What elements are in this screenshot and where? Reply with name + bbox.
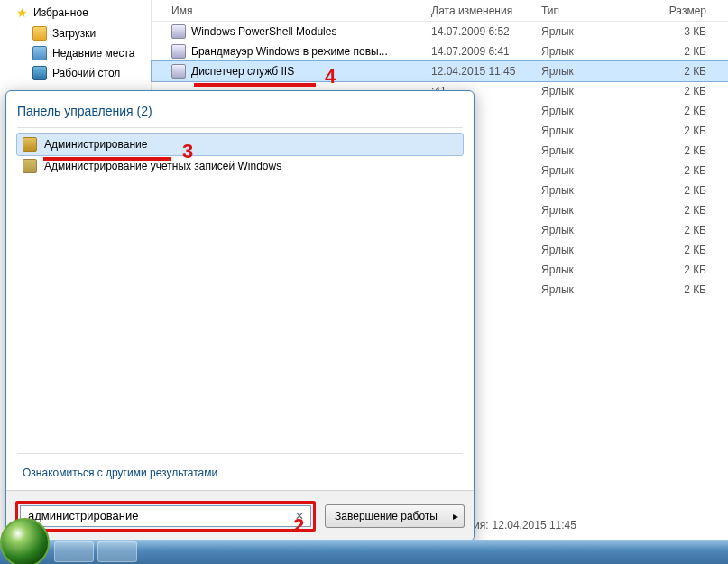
admin-tools-icon — [23, 137, 37, 152]
sidebar-item-label: Рабочий стол — [52, 67, 120, 79]
shutdown-button[interactable]: Завершение работы — [325, 504, 447, 528]
file-date: 14.07.2009 6:41 — [431, 45, 541, 58]
file-type: Ярлык — [541, 164, 666, 177]
shutdown-split-button: Завершение работы ▸ — [325, 504, 465, 528]
statusbar-label: ия: — [474, 519, 489, 532]
file-type: Ярлык — [541, 45, 666, 58]
shortcut-icon — [171, 64, 186, 79]
start-button[interactable] — [0, 518, 50, 564]
divider — [17, 453, 463, 454]
file-size: 2 КБ — [666, 85, 728, 97]
search-input[interactable] — [20, 505, 311, 527]
folder-downloads-icon — [32, 26, 47, 41]
file-type: Ярлык — [541, 125, 666, 137]
file-row[interactable]: Брандмауэр Windows в режиме повы...14.07… — [152, 42, 728, 61]
file-size: 2 КБ — [666, 283, 728, 296]
sidebar-favorites-header[interactable]: ★ Избранное — [0, 2, 151, 23]
file-type: Ярлык — [541, 25, 666, 38]
file-name: Windows PowerShell Modules — [191, 25, 336, 38]
taskbar — [0, 540, 728, 564]
shortcut-icon — [171, 44, 186, 59]
statusbar-value: 12.04.2015 11:45 — [493, 519, 576, 532]
sidebar-item-label: Недавние места — [52, 47, 134, 60]
start-menu-item-admin[interactable]: Администрирование — [17, 134, 463, 155]
column-header-size[interactable]: Размер — [666, 5, 728, 17]
file-size: 2 КБ — [666, 125, 728, 137]
user-accounts-icon — [23, 159, 37, 173]
file-date: 12.04.2015 11:45 — [431, 65, 541, 78]
column-headers: Имя Дата изменения Тип Размер — [152, 0, 728, 22]
file-type: Ярлык — [541, 65, 666, 78]
sidebar-item-downloads[interactable]: Загрузки — [0, 23, 151, 43]
divider — [17, 127, 463, 128]
file-type: Ярлык — [541, 85, 666, 97]
start-menu-item-label: Администрирование — [44, 138, 147, 151]
start-menu-more-results-link[interactable]: Ознакомиться с другими результатами — [17, 459, 463, 485]
annotation-underline-4 — [194, 83, 316, 87]
recent-places-icon — [32, 46, 47, 60]
file-size: 2 КБ — [666, 45, 728, 58]
chevron-right-icon: ▸ — [453, 510, 458, 522]
file-type: Ярлык — [541, 283, 666, 296]
sidebar-favorites-label: Избранное — [33, 6, 88, 19]
file-size: 3 КБ — [666, 25, 728, 38]
sidebar-item-recent[interactable]: Недавние места — [0, 43, 151, 63]
file-name: Диспетчер служб IIS — [191, 65, 294, 78]
file-size: 2 КБ — [666, 184, 728, 197]
annotation-number-3: 3 — [182, 140, 193, 163]
file-date: 14.07.2009 6:52 — [431, 25, 541, 38]
file-size: 2 КБ — [666, 144, 728, 157]
file-type: Ярлык — [541, 264, 666, 276]
file-size: 2 КБ — [666, 105, 728, 117]
start-menu-footer: ✕ Завершение работы ▸ — [6, 490, 474, 541]
column-header-date[interactable]: Дата изменения — [431, 5, 541, 17]
sidebar-item-label: Загрузки — [52, 27, 96, 40]
file-type: Ярлык — [541, 244, 666, 256]
file-size: 2 КБ — [666, 204, 728, 217]
annotation-number-4: 4 — [325, 65, 336, 88]
star-icon: ★ — [16, 5, 28, 20]
file-type: Ярлык — [541, 144, 666, 157]
taskbar-pinned-icon[interactable] — [97, 541, 137, 562]
start-menu-section-title: Панель управления (2) — [17, 104, 463, 118]
taskbar-pinned-icon[interactable] — [54, 541, 94, 562]
search-box-highlight: ✕ — [15, 501, 316, 532]
file-size: 2 КБ — [666, 65, 728, 78]
sidebar-item-desktop[interactable]: Рабочий стол — [0, 63, 151, 83]
column-header-name[interactable]: Имя — [152, 5, 431, 17]
file-type: Ярлык — [541, 204, 666, 217]
start-menu-item-label: Администрирование учетных записей Window… — [44, 160, 281, 172]
statusbar: ия: 12.04.2015 11:45 — [474, 515, 728, 535]
file-type: Ярлык — [541, 105, 666, 117]
column-header-type[interactable]: Тип — [541, 5, 666, 17]
file-size: 2 КБ — [666, 264, 728, 276]
file-row[interactable]: Windows PowerShell Modules14.07.2009 6:5… — [152, 22, 728, 42]
shutdown-options-button[interactable]: ▸ — [447, 504, 465, 528]
file-type: Ярлык — [541, 224, 666, 236]
file-size: 2 КБ — [666, 244, 728, 256]
file-row[interactable]: Диспетчер служб IIS12.04.2015 11:45Ярлык… — [152, 61, 728, 81]
file-type: Ярлык — [541, 184, 666, 197]
desktop-icon — [32, 66, 47, 80]
file-name: Брандмауэр Windows в режиме повы... — [191, 45, 388, 58]
annotation-number-2: 2 — [293, 514, 304, 538]
file-size: 2 КБ — [666, 164, 728, 177]
file-size: 2 КБ — [666, 224, 728, 236]
annotation-underline-3 — [43, 157, 171, 161]
shortcut-icon — [171, 24, 186, 39]
